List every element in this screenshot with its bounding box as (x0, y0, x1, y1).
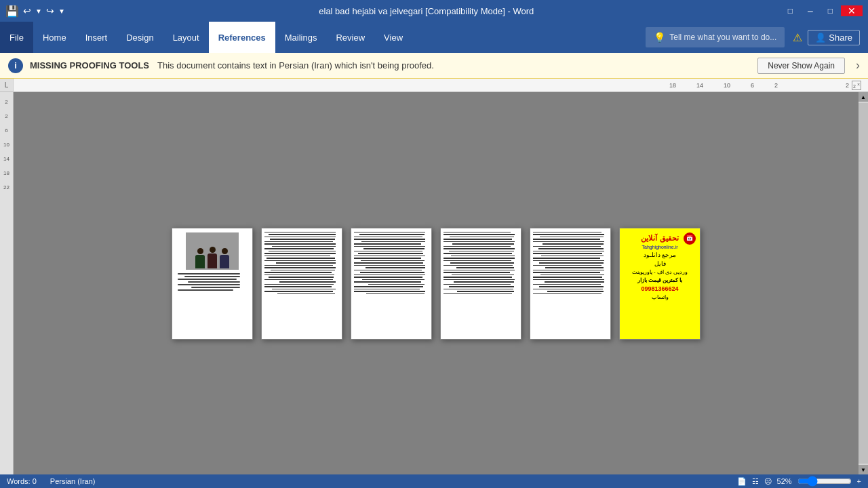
document-canvas: 📅 تحقیق آنلاین Tahghighonline.ir مرجع دا… (14, 92, 859, 474)
ad-line4: با کمترین قیمت بازار (637, 277, 683, 283)
warning-icon: ⚠ (793, 31, 802, 44)
tab-view[interactable]: View (374, 22, 412, 53)
tab-references[interactable]: References (209, 22, 275, 53)
redo-icon[interactable]: ↪ (46, 5, 54, 16)
close-button[interactable]: ✕ (841, 5, 863, 16)
vertical-scrollbar[interactable]: ▲ ▼ (859, 92, 868, 474)
ad-line2: فایل (654, 260, 666, 267)
tab-review[interactable]: Review (326, 22, 374, 53)
notification-bar: i MISSING PROOFING TOOLS This document c… (0, 53, 868, 79)
quick-access-toolbar: 💾 ↩ ▼ ↪ ▼ (5, 5, 65, 18)
zoom-in[interactable]: + (857, 477, 861, 485)
restore-button[interactable]: □ (821, 6, 840, 16)
tell-me-box[interactable]: 💡 Tell me what you want to do... (646, 27, 785, 47)
page-4 (440, 228, 521, 340)
page-3 (351, 228, 432, 340)
lightbulb-icon: 💡 (654, 32, 665, 43)
ad-url: Tahghighonline.ir (642, 245, 678, 249)
notification-title: MISSING PROOFING TOOLS (30, 60, 149, 70)
ad-line3: وردپی دی اف - پاورپوینت (632, 269, 688, 275)
tab-home[interactable]: Home (33, 22, 76, 53)
ruler-corner[interactable]: L (0, 79, 14, 92)
restore-down-icon[interactable]: □ (781, 6, 800, 16)
ad-title: تحقیق آنلاین (641, 234, 678, 243)
tab-design[interactable]: Design (117, 22, 163, 53)
vertical-ruler: 2 2 6 10 14 18 22 (0, 92, 14, 474)
undo-dropdown-icon[interactable]: ▼ (35, 7, 42, 15)
document-title: elal bad hejabi va jelvegari [Compatibil… (72, 6, 781, 16)
ad-phone: 09981366624 (641, 285, 678, 292)
view-print-icon[interactable]: ☷ (752, 477, 759, 486)
save-icon[interactable]: 💾 (5, 5, 19, 18)
tab-layout[interactable]: Layout (163, 22, 209, 53)
view-web-icon[interactable]: ☹ (764, 477, 772, 486)
ribbon: File Home Insert Design Layout Reference… (0, 22, 868, 53)
minimize-button[interactable]: – (801, 5, 820, 16)
page-5 (530, 228, 611, 340)
share-icon: 👤 (815, 33, 826, 43)
page-6-ad: 📅 تحقیق آنلاین Tahghighonline.ir مرجع دا… (619, 228, 701, 340)
tab-file[interactable]: File (0, 22, 33, 53)
language: Persian (Iran) (50, 477, 96, 485)
notification-close-icon[interactable]: › (856, 58, 860, 73)
more-qat-icon[interactable]: ▼ (58, 7, 65, 15)
notification-message: This document contains text in Persian (… (157, 60, 751, 70)
never-show-again-button[interactable]: Never Show Again (757, 58, 845, 74)
word-count: Words: 0 (7, 477, 37, 485)
ad-line1: مرجع دانلـود (644, 251, 677, 258)
ad-suffix: واتساپ (652, 294, 669, 300)
view-read-icon[interactable]: 📄 (737, 477, 747, 486)
horizontal-ruler: 18 14 10 6 2 2 × 2 (14, 79, 868, 92)
notification-icon: i (8, 58, 23, 73)
status-bar: Words: 0 Persian (Iran) 📄 ☷ ☹ 52% + (0, 474, 868, 488)
undo-icon[interactable]: ↩ (23, 5, 31, 16)
zoom-level: 52% (777, 477, 792, 485)
page-1 (172, 228, 253, 340)
tab-mailings[interactable]: Mailings (275, 22, 327, 53)
tab-insert[interactable]: Insert (76, 22, 117, 53)
zoom-slider[interactable] (797, 479, 852, 484)
page-2 (261, 228, 342, 340)
share-button[interactable]: 👤 Share (808, 30, 860, 45)
